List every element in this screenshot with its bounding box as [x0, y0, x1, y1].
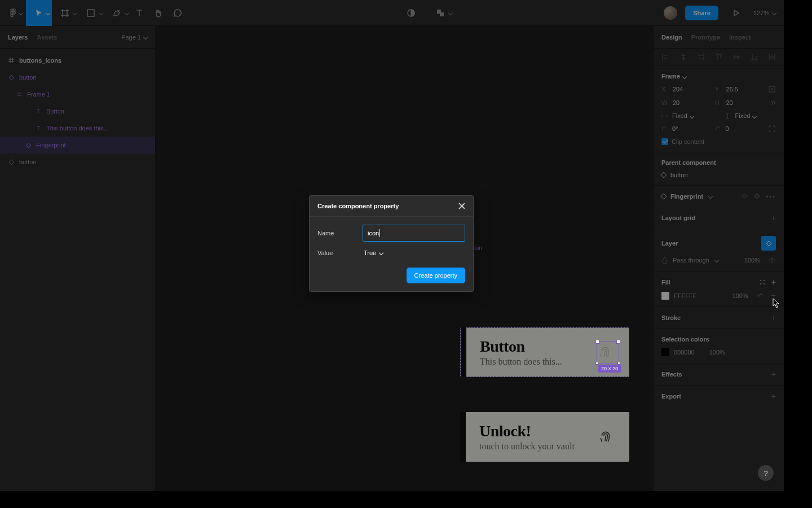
selection-box[interactable]	[597, 341, 619, 364]
modal-header: Create component property	[310, 196, 473, 217]
modal-title: Create component property	[317, 203, 399, 209]
name-label: Name	[317, 230, 363, 237]
create-property-modal: Create component property Name icon Valu…	[309, 195, 474, 292]
create-property-button[interactable]: Create property	[407, 268, 465, 283]
help-button[interactable]: ?	[758, 465, 774, 481]
selection-size-label: 20 × 20	[598, 365, 621, 373]
name-input[interactable]: icon	[363, 225, 465, 242]
chevron-down-icon	[379, 251, 383, 255]
name-input-value: icon	[368, 230, 379, 237]
value-select-value: True	[364, 249, 376, 256]
close-icon[interactable]	[458, 203, 465, 209]
modal-body: Name icon Value True Create property	[310, 217, 473, 291]
value-select[interactable]: True	[363, 249, 383, 256]
cursor-icon	[773, 298, 780, 308]
value-label: Value	[317, 249, 363, 256]
